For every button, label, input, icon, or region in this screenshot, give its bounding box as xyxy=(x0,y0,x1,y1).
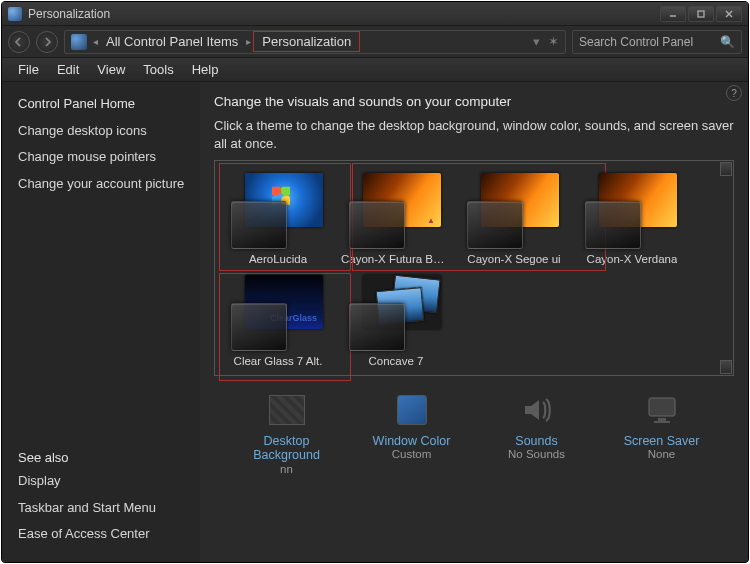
theme-cayonx-futura[interactable]: ▲ Cayon-X Futura BK BT xyxy=(337,167,455,269)
ctrl-sub: None xyxy=(648,448,676,460)
window-preview xyxy=(467,201,523,249)
ctrl-sub: No Sounds xyxy=(508,448,565,460)
desktop-background-button[interactable]: Desktop Background nn xyxy=(233,390,341,475)
breadcrumb-bar[interactable]: ◂ All Control Panel Items ▸ Personalizat… xyxy=(64,30,566,54)
theme-clear-glass-7[interactable]: ClearGlass Clear Glass 7 Alt. xyxy=(219,269,337,371)
history-dropdown-icon[interactable]: ▾ xyxy=(533,34,540,49)
theme-aerolucida[interactable]: AeroLucida xyxy=(219,167,337,269)
scroll-up-button[interactable] xyxy=(720,162,732,176)
theme-label: Cayon-X Segoe ui xyxy=(467,253,560,265)
close-button[interactable] xyxy=(716,6,742,22)
app-icon xyxy=(8,7,22,21)
menubar: File Edit View Tools Help xyxy=(2,58,748,82)
window-preview xyxy=(349,201,405,249)
back-button[interactable] xyxy=(8,31,30,53)
search-placeholder: Search Control Panel xyxy=(579,35,720,49)
scroll-down-button[interactable] xyxy=(720,360,732,374)
menu-file[interactable]: File xyxy=(10,60,47,79)
window-preview xyxy=(349,303,405,351)
theme-thumb xyxy=(347,273,445,353)
theme-label: Clear Glass 7 Alt. xyxy=(234,355,323,367)
svg-rect-5 xyxy=(658,418,666,421)
menu-help[interactable]: Help xyxy=(184,60,227,79)
ctrl-label: Screen Saver xyxy=(624,434,700,448)
menu-view[interactable]: View xyxy=(89,60,133,79)
breadcrumb-personalization[interactable]: Personalization xyxy=(253,31,360,52)
svg-rect-4 xyxy=(649,398,675,416)
theme-logo: ▲ xyxy=(427,216,435,225)
theme-label: AeroLucida xyxy=(249,253,307,265)
sounds-button[interactable]: Sounds No Sounds xyxy=(483,390,591,475)
sounds-icon xyxy=(517,390,557,430)
window-title: Personalization xyxy=(28,7,110,21)
sidebar-see-also-label: See also xyxy=(18,450,188,465)
search-icon: 🔍 xyxy=(720,35,735,49)
help-icon[interactable]: ? xyxy=(726,85,742,101)
screen-saver-icon xyxy=(642,390,682,430)
content-description: Click a theme to change the desktop back… xyxy=(214,117,734,152)
svg-rect-6 xyxy=(654,421,670,423)
titlebar: Personalization xyxy=(2,2,748,26)
theme-cayonx-verdana[interactable]: Cayon-X Verdana xyxy=(573,167,691,269)
theme-label: Cayon-X Verdana xyxy=(587,253,678,265)
minimize-button[interactable] xyxy=(660,6,686,22)
control-panel-icon xyxy=(71,34,87,50)
theme-label: Concave 7 xyxy=(369,355,424,367)
forward-button[interactable] xyxy=(36,31,58,53)
window-preview xyxy=(585,201,641,249)
content: ? Change the visuals and sounds on your … xyxy=(200,82,748,562)
window-color-button[interactable]: Window Color Custom xyxy=(358,390,466,475)
chevron-right-icon: ▸ xyxy=(244,36,253,47)
sidebar-link-ease[interactable]: Ease of Access Center xyxy=(18,526,188,542)
theme-scrollbar[interactable] xyxy=(720,162,732,374)
menu-tools[interactable]: Tools xyxy=(135,60,181,79)
personalization-window: Personalization ◂ All Control Panel Item… xyxy=(1,1,749,563)
theme-concave-7[interactable]: Concave 7 xyxy=(337,269,455,371)
ctrl-label: Sounds xyxy=(515,434,557,448)
screen-saver-button[interactable]: Screen Saver None xyxy=(608,390,716,475)
theme-thumb xyxy=(229,171,327,251)
sidebar-link-mouse-pointers[interactable]: Change mouse pointers xyxy=(18,149,188,165)
window-preview xyxy=(231,201,287,249)
ctrl-label: Window Color xyxy=(373,434,451,448)
theme-label: Cayon-X Futura BK BT xyxy=(341,253,451,265)
theme-thumb xyxy=(465,171,563,251)
maximize-button[interactable] xyxy=(688,6,714,22)
theme-thumb: ClearGlass xyxy=(229,273,327,353)
window-preview xyxy=(231,303,287,351)
window-color-icon xyxy=(392,390,432,430)
sidebar: Control Panel Home Change desktop icons … xyxy=(2,82,200,562)
ctrl-sub: Custom xyxy=(392,448,432,460)
address-row: ◂ All Control Panel Items ▸ Personalizat… xyxy=(2,26,748,58)
content-heading: Change the visuals and sounds on your co… xyxy=(214,94,734,109)
menu-edit[interactable]: Edit xyxy=(49,60,87,79)
desktop-background-icon xyxy=(267,390,307,430)
breadcrumb-all-items[interactable]: All Control Panel Items xyxy=(100,34,244,49)
ctrl-label: Desktop Background xyxy=(233,434,341,463)
ctrl-sub: nn xyxy=(280,463,293,475)
theme-cayonx-segoe[interactable]: Cayon-X Segoe ui xyxy=(455,167,573,269)
chevron-left-icon: ◂ xyxy=(91,36,100,47)
theme-thumb: ▲ xyxy=(347,171,445,251)
sidebar-link-taskbar[interactable]: Taskbar and Start Menu xyxy=(18,500,188,516)
search-input[interactable]: Search Control Panel 🔍 xyxy=(572,30,742,54)
refresh-icon[interactable]: ✶ xyxy=(548,34,559,49)
svg-rect-1 xyxy=(698,11,704,17)
theme-gallery: AeroLucida ▲ Cayon-X Futura BK BT xyxy=(214,160,734,376)
sidebar-home-link[interactable]: Control Panel Home xyxy=(18,96,188,111)
theme-thumb xyxy=(583,171,681,251)
theme-controls-row: Desktop Background nn Window Color Custo… xyxy=(214,386,734,475)
sidebar-link-desktop-icons[interactable]: Change desktop icons xyxy=(18,123,188,139)
sidebar-link-display[interactable]: Display xyxy=(18,473,188,489)
sidebar-link-account-picture[interactable]: Change your account picture xyxy=(18,176,188,192)
